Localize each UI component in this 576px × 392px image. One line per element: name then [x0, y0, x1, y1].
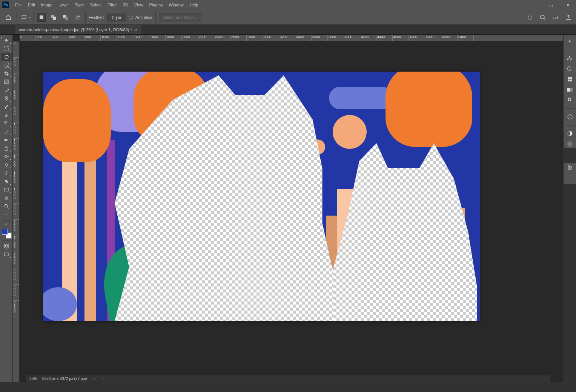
brush-tool[interactable]	[1, 103, 12, 111]
svg-rect-19	[5, 139, 6, 141]
workspace-switcher[interactable]: ▭▾	[551, 13, 560, 22]
window-minimize[interactable]: ─	[526, 0, 543, 10]
gradient-tool[interactable]	[1, 136, 12, 144]
lasso-tool[interactable]	[1, 53, 12, 61]
antialias-checkbox[interactable]: ✔ Anti-alias	[129, 15, 152, 20]
ruler-horizontal[interactable]: 0200400600800100012001400160018002000220…	[20, 35, 563, 41]
svg-rect-28	[568, 77, 570, 79]
tab-title: woman-holding-cat-wallpaper.jpg @ 25% (L…	[19, 28, 132, 32]
divider	[85, 12, 86, 23]
svg-line-8	[544, 18, 545, 20]
menu-layer[interactable]: Layer	[55, 0, 72, 10]
document-info[interactable]: 5376 px x 3072 px (72 ppi)	[42, 377, 87, 381]
panel-histogram-icon[interactable]	[565, 55, 575, 62]
menu-plugins[interactable]: Plugins	[146, 0, 166, 10]
menu-help[interactable]: Help	[187, 0, 201, 10]
menu-view[interactable]: View	[131, 0, 146, 10]
info-menu-chevron[interactable]: ›	[92, 377, 96, 381]
hand-tool[interactable]	[1, 194, 12, 202]
chevron-down-icon: ▾	[29, 16, 31, 19]
menu-image[interactable]: Image	[38, 0, 56, 10]
menu-select[interactable]: Select	[87, 0, 105, 10]
app-logo: Ps	[2, 2, 9, 8]
type-tool[interactable]: T	[1, 169, 12, 177]
window-close[interactable]: ✕	[559, 0, 576, 10]
menu-file[interactable]: File	[12, 0, 25, 10]
zoom-tool[interactable]	[1, 202, 12, 210]
home-button[interactable]	[3, 12, 14, 23]
search-icon[interactable]	[538, 13, 547, 22]
path-select-tool[interactable]	[1, 177, 12, 185]
artboard[interactable]	[43, 72, 480, 321]
object-select-tool[interactable]	[1, 61, 12, 69]
screen-mode[interactable]	[1, 250, 12, 259]
svg-rect-22	[5, 188, 8, 191]
marquee-tool[interactable]	[1, 44, 12, 53]
panel-patterns-icon[interactable]	[565, 96, 575, 104]
panel-properties-icon[interactable]	[567, 165, 573, 171]
foreground-color[interactable]	[2, 229, 8, 235]
menu-filter[interactable]: Filter	[104, 0, 120, 10]
zoom-level[interactable]: 25%	[29, 377, 37, 381]
collapse-panels-right[interactable]: «	[0, 35, 3, 41]
stamp-tool[interactable]	[1, 111, 12, 119]
tool-preset[interactable]: ▾	[20, 14, 31, 21]
color-swatches[interactable]	[1, 228, 12, 239]
check-icon: ✔	[129, 15, 134, 20]
info-scrub-chevron[interactable]: ‹	[102, 377, 106, 381]
window-maximize[interactable]: ▢	[543, 0, 559, 10]
svg-rect-29	[570, 77, 572, 79]
dodge-tool[interactable]	[1, 152, 12, 161]
quick-mask-mode[interactable]	[1, 242, 12, 250]
svg-point-17	[5, 121, 6, 123]
close-icon[interactable]: ×	[135, 28, 137, 32]
svg-rect-9	[4, 46, 9, 51]
divider	[155, 12, 156, 23]
panel-color-icon[interactable]	[565, 65, 575, 72]
svg-point-23	[5, 204, 8, 207]
heal-tool[interactable]	[1, 94, 12, 103]
panel-info-icon[interactable]: i	[565, 113, 575, 121]
panel-libraries-icon[interactable]	[565, 140, 575, 148]
menu-window[interactable]: Window	[166, 0, 187, 10]
status-bar: 25% 5376 px x 3072 px (72 ppi) › ‹	[26, 375, 550, 382]
document-tabs: woman-holding-cat-wallpaper.jpg @ 25% (L…	[0, 25, 576, 35]
feather-input[interactable]	[107, 14, 126, 21]
edit-toolbar[interactable]: ⋯	[1, 210, 12, 219]
blur-tool[interactable]	[1, 144, 12, 152]
document-tab[interactable]: woman-holding-cat-wallpaper.jpg @ 25% (L…	[15, 25, 141, 34]
swap-colors[interactable]: ⤢	[1, 222, 12, 227]
right-panels-group-1: ✦ i	[563, 35, 576, 148]
menu-3d[interactable]: 3D	[120, 0, 131, 10]
selection-subtract[interactable]	[61, 13, 70, 22]
selection-new[interactable]	[37, 13, 46, 22]
panel-gradients-icon[interactable]	[565, 86, 575, 93]
pen-tool[interactable]	[1, 161, 12, 169]
panel-adjustments-icon[interactable]	[565, 130, 575, 138]
selection-intersect[interactable]	[73, 13, 82, 22]
canvas-area: 0200400600800100012001400160018002000220…	[13, 35, 563, 382]
selection-add[interactable]	[49, 13, 58, 22]
cloud-user-icon[interactable]: ◯	[525, 13, 535, 22]
svg-rect-37	[570, 100, 571, 101]
svg-rect-4	[65, 17, 68, 20]
menu-type[interactable]: Type	[72, 0, 87, 10]
frame-tool[interactable]	[1, 78, 12, 86]
panel-learn-icon[interactable]: ✦	[565, 38, 575, 45]
eyedropper-tool[interactable]	[1, 86, 12, 94]
select-and-mask-button: Select and Mask...	[159, 13, 201, 21]
feather-label: Feather:	[89, 15, 104, 20]
eraser-tool[interactable]	[1, 127, 12, 136]
ruler-vertical[interactable]: 0200400600800100012001400160018002000220…	[13, 41, 20, 382]
menu-edit[interactable]: Edit	[25, 0, 38, 10]
crop-tool[interactable]	[1, 69, 12, 78]
panel-swatches-icon[interactable]	[565, 75, 575, 83]
right-panels-group-2	[563, 163, 576, 184]
antialias-label: Anti-alias	[135, 15, 152, 20]
svg-rect-35	[570, 98, 571, 99]
svg-point-7	[541, 15, 544, 19]
history-brush-tool[interactable]	[1, 119, 12, 127]
rectangle-tool[interactable]	[1, 185, 12, 194]
options-bar: ▾ Feather: ✔ Anti-alias Select and Mask.…	[0, 10, 576, 25]
share-icon[interactable]	[564, 13, 573, 22]
